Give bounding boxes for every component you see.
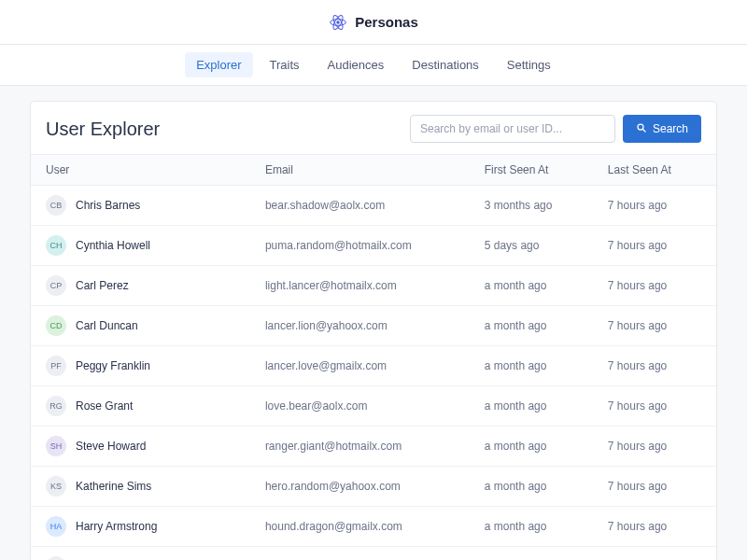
user-name: Katherine Sims bbox=[76, 480, 151, 493]
user-email: hound.dragon@gmailx.com bbox=[250, 507, 470, 547]
user-first-seen: a month ago bbox=[470, 507, 593, 547]
tab-traits[interactable]: Traits bbox=[259, 52, 311, 77]
svg-line-5 bbox=[642, 129, 645, 132]
users-table: User Email First Seen At Last Seen At CB… bbox=[31, 154, 716, 560]
tab-settings[interactable]: Settings bbox=[496, 52, 562, 77]
tab-destinations[interactable]: Destinations bbox=[401, 52, 490, 77]
tab-audiences[interactable]: Audiences bbox=[317, 52, 396, 77]
table-row[interactable]: KSKatherine Simshero.random@yahoox.coma … bbox=[31, 467, 716, 507]
user-name: Rose Grant bbox=[76, 399, 133, 413]
user-first-seen: a month ago bbox=[470, 386, 593, 427]
nav-tabs: Explorer Traits Audiences Destinations S… bbox=[0, 45, 747, 86]
user-email: arrow.giant@aolx.com bbox=[250, 547, 470, 561]
user-email: lancer.love@gmailx.com bbox=[250, 346, 470, 386]
avatar: CB bbox=[46, 195, 66, 216]
user-email: light.lancer@hotmailx.com bbox=[250, 266, 470, 306]
search-button-label: Search bbox=[653, 122, 688, 135]
brand-logo-icon bbox=[329, 13, 347, 32]
user-name: Cynthia Howell bbox=[76, 239, 150, 252]
user-last-seen: 7 hours ago bbox=[593, 427, 716, 467]
user-last-seen: 7 hours ago bbox=[593, 226, 716, 266]
user-name: Carl Perez bbox=[76, 279, 129, 292]
card-header: User Explorer Search bbox=[31, 102, 716, 154]
table-row[interactable]: CPCarl Perezlight.lancer@hotmailx.coma m… bbox=[31, 266, 716, 306]
page-title: User Explorer bbox=[46, 119, 160, 140]
user-name: Steve Howard bbox=[76, 440, 146, 453]
user-last-seen: 7 hours ago bbox=[593, 467, 716, 507]
user-last-seen: 7 hours ago bbox=[593, 346, 716, 386]
avatar: HA bbox=[46, 516, 66, 537]
user-explorer-card: User Explorer Search User bbox=[30, 101, 717, 560]
table-row[interactable]: CDCarl Duncanlancer.lion@yahoox.coma mon… bbox=[31, 306, 716, 346]
user-last-seen: 7 hours ago bbox=[593, 386, 716, 427]
table-row[interactable]: SHSteve Howardranger.giant@hotmailx.coma… bbox=[31, 427, 716, 467]
user-first-seen: a month ago bbox=[470, 266, 593, 306]
user-email: ranger.giant@hotmailx.com bbox=[250, 427, 470, 467]
col-header-last-seen[interactable]: Last Seen At bbox=[593, 155, 716, 186]
search-group: Search bbox=[410, 115, 701, 143]
user-first-seen: 5 days ago bbox=[470, 226, 593, 266]
app-header: Personas bbox=[0, 0, 747, 45]
user-email: hero.random@yahoox.com bbox=[250, 467, 470, 507]
search-icon bbox=[636, 122, 647, 136]
col-header-user[interactable]: User bbox=[31, 155, 250, 186]
search-input[interactable] bbox=[410, 115, 615, 143]
user-first-seen: a month ago bbox=[470, 346, 593, 386]
avatar: CP bbox=[46, 275, 66, 296]
search-button[interactable]: Search bbox=[623, 115, 701, 143]
user-last-seen: 7 hours ago bbox=[593, 507, 716, 547]
user-last-seen: 7 hours ago bbox=[593, 306, 716, 346]
table-row[interactable]: RRRussell Richardsonarrow.giant@aolx.com… bbox=[31, 547, 716, 561]
brand: Personas bbox=[329, 13, 418, 32]
svg-point-3 bbox=[337, 21, 340, 23]
table-row[interactable]: RGRose Grantlove.bear@aolx.coma month ag… bbox=[31, 386, 716, 427]
user-name: Peggy Franklin bbox=[76, 359, 150, 372]
user-first-seen: a month ago bbox=[470, 427, 593, 467]
avatar: KS bbox=[46, 476, 66, 497]
col-header-first-seen[interactable]: First Seen At bbox=[470, 155, 593, 186]
avatar: PF bbox=[46, 356, 66, 376]
user-email: love.bear@aolx.com bbox=[250, 386, 470, 427]
user-first-seen: a month ago bbox=[470, 306, 593, 346]
user-name: Chris Barnes bbox=[76, 199, 140, 212]
brand-name: Personas bbox=[355, 14, 418, 30]
user-last-seen: 7 hours ago bbox=[593, 186, 716, 226]
avatar: CD bbox=[46, 315, 66, 336]
avatar: RR bbox=[46, 556, 66, 560]
avatar: SH bbox=[46, 436, 66, 456]
user-email: lancer.lion@yahoox.com bbox=[250, 306, 470, 346]
avatar: RG bbox=[46, 396, 66, 416]
table-header-row: User Email First Seen At Last Seen At bbox=[31, 155, 716, 186]
user-first-seen: 3 months ago bbox=[470, 186, 593, 226]
user-name: Carl Duncan bbox=[76, 319, 138, 332]
page-body: User Explorer Search User bbox=[0, 86, 747, 560]
table-scroll[interactable]: User Email First Seen At Last Seen At CB… bbox=[31, 154, 716, 560]
table-row[interactable]: CHCynthia Howellpuma.random@hotmailx.com… bbox=[31, 226, 716, 266]
user-first-seen: a month ago bbox=[470, 467, 593, 507]
user-first-seen: a month ago bbox=[470, 547, 593, 561]
user-name: Harry Armstrong bbox=[76, 520, 157, 533]
avatar: CH bbox=[46, 235, 66, 256]
user-email: puma.random@hotmailx.com bbox=[250, 226, 470, 266]
user-email: bear.shadow@aolx.com bbox=[250, 186, 470, 226]
user-last-seen: 7 hours ago bbox=[593, 266, 716, 306]
col-header-email[interactable]: Email bbox=[250, 155, 470, 186]
user-last-seen: 7 hours ago bbox=[593, 547, 716, 561]
table-row[interactable]: CBChris Barnesbear.shadow@aolx.com3 mont… bbox=[31, 186, 716, 226]
table-row[interactable]: PFPeggy Franklinlancer.love@gmailx.coma … bbox=[31, 346, 716, 386]
table-row[interactable]: HAHarry Armstronghound.dragon@gmailx.com… bbox=[31, 507, 716, 547]
tab-explorer[interactable]: Explorer bbox=[185, 52, 252, 77]
